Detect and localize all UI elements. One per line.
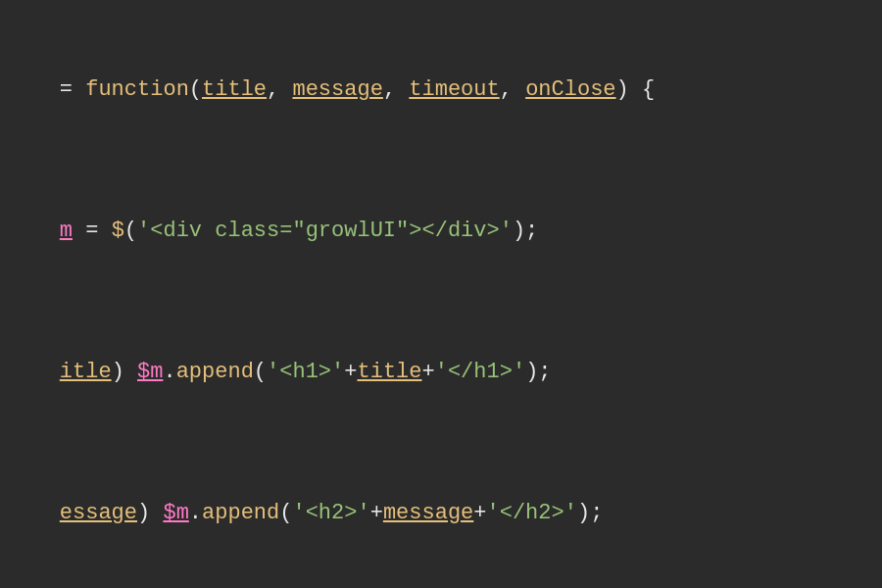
token: itle [60, 360, 112, 384]
token: , [383, 77, 409, 102]
token: ); [513, 219, 538, 243]
token: '<h2>' [292, 501, 369, 525]
token: = [73, 219, 112, 243]
token: + [422, 360, 435, 384]
token: + [473, 501, 486, 525]
token: ( [124, 219, 137, 243]
token: message [292, 77, 382, 102]
token: function [85, 77, 189, 102]
token: append [202, 501, 279, 525]
token: ); [525, 360, 551, 384]
token: , [267, 77, 292, 102]
token: timeout [409, 77, 499, 102]
token: '</h1>' [435, 360, 525, 384]
token: m [60, 219, 73, 243]
token: '</h2>' [487, 501, 577, 525]
code-line-3: itle) $m.append('<h1>'+title+'</h1>'); [0, 302, 872, 443]
token: ( [279, 501, 292, 525]
code-line-1: = function(title, message, timeout, onCl… [0, 20, 872, 161]
code-editor: = function(title, message, timeout, onCl… [0, 0, 882, 588]
token: $m [137, 360, 163, 384]
token: + [370, 501, 383, 525]
token: ) [112, 360, 137, 384]
code-line-4: essage) $m.append('<h2>'+message+'</h2>'… [0, 443, 872, 584]
token: $m [163, 501, 188, 525]
token: $ [112, 219, 124, 243]
token: '<div class="growlUI"></div>' [137, 219, 513, 243]
token: message [383, 501, 473, 525]
code-line-2: m = $('<div class="growlUI"></div>'); [0, 161, 872, 302]
token: title [357, 360, 421, 384]
token: ( [189, 77, 202, 102]
token: onClose [525, 77, 615, 102]
token: essage [60, 501, 137, 525]
token: . [163, 360, 175, 384]
token: , [500, 77, 525, 102]
token: ( [254, 360, 267, 384]
token: ) { [616, 77, 656, 102]
token: title [202, 77, 267, 102]
token: ) [137, 501, 163, 525]
token: . [189, 501, 202, 525]
code-line-5: imeout == undefined) timeout = 3000; [0, 584, 872, 588]
token: ); [577, 501, 603, 525]
token: '<h1>' [267, 360, 344, 384]
token: + [344, 360, 357, 384]
token: append [176, 360, 254, 384]
token: = [60, 77, 85, 102]
